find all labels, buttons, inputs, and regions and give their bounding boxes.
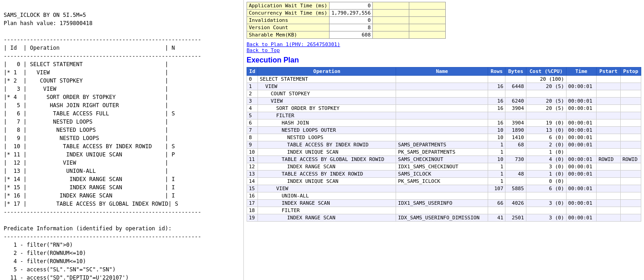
exec-id: 4 — [247, 105, 258, 112]
exec-pstart — [597, 127, 620, 134]
exec-cost: 13 (0) — [526, 127, 566, 134]
stats-row: Sharable Mem(KB)608 — [247, 31, 446, 39]
exec-pstart — [597, 105, 620, 112]
stat-label: Sharable Mem(KB) — [247, 31, 330, 39]
exec-pstart — [597, 112, 620, 119]
exec-pstop — [620, 76, 641, 83]
exec-bytes: 3904 — [505, 119, 526, 127]
stat-value: 0 — [330, 2, 373, 10]
exec-pstop — [620, 185, 641, 192]
exec-operation: SELECT STATEMENT — [258, 76, 396, 83]
exec-pstart: ROWID — [597, 156, 620, 163]
exec-id: 17 — [247, 200, 258, 207]
exec-rows: 16 — [488, 119, 505, 127]
exec-cost — [526, 207, 566, 214]
exec-cost: 0 (0) — [526, 178, 566, 185]
exec-id: 15 — [247, 185, 258, 192]
exec-cost: 3 (0) — [526, 163, 566, 171]
exec-time: 00:00:01 — [566, 141, 597, 149]
exec-operation: VIEW — [258, 98, 396, 105]
exec-cost: 1 (0) — [526, 149, 566, 156]
exec-time: 00:00:01 — [566, 171, 597, 178]
exec-id: 1 — [247, 83, 258, 90]
exec-rows: 41 — [488, 214, 505, 222]
exec-bytes — [505, 149, 526, 156]
exec-pstart — [597, 149, 620, 156]
stat-col3 — [373, 24, 409, 31]
exec-time: 00:00:01 — [566, 119, 597, 127]
exec-rows: 10 — [488, 134, 505, 141]
exec-bytes — [505, 76, 526, 83]
stat-value: 608 — [330, 31, 373, 39]
exec-row: 6 HASH JOIN 16 3904 19 (0) 00:00:01 — [247, 119, 641, 127]
back-to-plan-link[interactable]: Back to Plan 1(PHV: 2654750301) — [247, 41, 641, 47]
exec-operation: FILTER — [258, 207, 396, 214]
exec-plan-title: Execution Plan — [247, 56, 641, 64]
exec-bytes: 730 — [505, 156, 526, 163]
exec-time — [566, 192, 597, 200]
exec-rows — [488, 76, 505, 83]
exec-rows — [488, 207, 505, 214]
stat-label: Invalidations — [247, 17, 330, 24]
exec-pstart — [597, 98, 620, 105]
exec-bytes: 6240 — [505, 98, 526, 105]
exec-row: 18 FILTER — [247, 207, 641, 214]
exec-id: 12 — [247, 163, 258, 171]
exec-pstart — [597, 200, 620, 207]
exec-row: 3 VIEW 16 6240 20 (5) 00:00:01 — [247, 98, 641, 105]
back-to-top-link[interactable]: Back to Top — [247, 47, 641, 53]
exec-row: 5 FILTER — [247, 112, 641, 119]
exec-operation: INDEX RANGE SCAN — [258, 214, 396, 222]
exec-cost: 20 (100) — [526, 76, 566, 83]
stats-row: Application Wait Time (ms)0 — [247, 2, 446, 10]
exec-id: 2 — [247, 90, 258, 98]
exec-id: 5 — [247, 112, 258, 119]
exec-col-header: Pstart — [597, 67, 620, 76]
stat-col4 — [409, 2, 446, 10]
exec-pstart — [597, 178, 620, 185]
stat-label: Application Wait Time (ms) — [247, 2, 330, 10]
stat-col3 — [373, 31, 409, 39]
exec-id: 0 — [247, 76, 258, 83]
exec-pstop: ROWID — [620, 156, 641, 163]
exec-col-header: Name — [396, 67, 488, 76]
exec-rows: 1 — [488, 171, 505, 178]
stat-col4 — [409, 24, 446, 31]
exec-bytes — [505, 192, 526, 200]
exec-pstop — [620, 119, 641, 127]
stat-value: 1,790,297,556 — [330, 10, 373, 17]
exec-pstart — [597, 90, 620, 98]
exec-cost — [526, 90, 566, 98]
exec-pstop — [620, 149, 641, 156]
exec-row: 16 UNION-ALL — [247, 192, 641, 200]
exec-operation: NESTED LOOPS OUTER — [258, 127, 396, 134]
exec-name: IDX_SAMS_USERINFO_DIMISSION — [396, 214, 488, 222]
exec-time: 00:00:01 — [566, 98, 597, 105]
exec-pstop — [620, 192, 641, 200]
exec-time: 00:00:01 — [566, 156, 597, 163]
exec-name: IDX1_SAMS_USERINFO — [396, 200, 488, 207]
exec-pstop — [620, 163, 641, 171]
exec-bytes: 3904 — [505, 105, 526, 112]
stat-col3 — [373, 17, 409, 24]
exec-id: 10 — [247, 149, 258, 156]
exec-rows: 1 — [488, 149, 505, 156]
back-links: Back to Plan 1(PHV: 2654750301) Back to … — [247, 41, 641, 53]
exec-row: 11 TABLE ACCESS BY GLOBAL INDEX ROWID SA… — [247, 156, 641, 163]
exec-pstart — [597, 171, 620, 178]
exec-cost — [526, 192, 566, 200]
exec-bytes: 6448 — [505, 83, 526, 90]
exec-name — [396, 185, 488, 192]
exec-col-header: Rows — [488, 67, 505, 76]
exec-name — [396, 207, 488, 214]
stats-row: Concurrency Wait Time (ms)1,790,297,556 — [247, 10, 446, 17]
exec-name: SAMS_DEPARTMENTS — [396, 141, 488, 149]
exec-pstart — [597, 207, 620, 214]
exec-rows: 1 — [488, 178, 505, 185]
exec-name — [396, 98, 488, 105]
exec-operation: HASH JOIN — [258, 119, 396, 127]
stat-col4 — [409, 10, 446, 17]
exec-col-header: Bytes — [505, 67, 526, 76]
exec-operation: FILTER — [258, 112, 396, 119]
stat-col4 — [409, 31, 446, 39]
